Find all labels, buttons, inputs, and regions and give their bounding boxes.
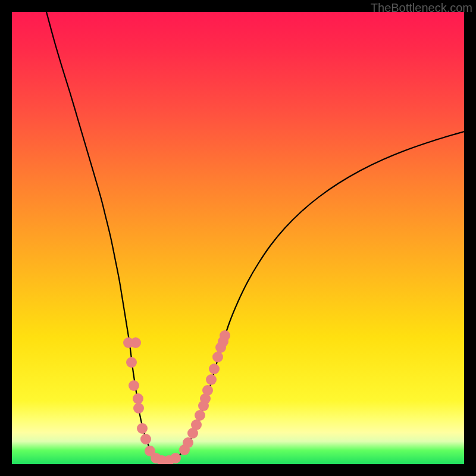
data-marker: [202, 385, 213, 396]
marker-cluster-right: [179, 330, 230, 455]
data-marker: [140, 434, 151, 444]
data-marker: [206, 374, 217, 385]
data-marker: [191, 419, 202, 430]
data-marker: [195, 410, 205, 421]
data-marker: [129, 380, 139, 391]
bottleneck-curve-svg: [12, 12, 464, 464]
data-marker: [126, 357, 137, 368]
data-marker: [130, 337, 141, 348]
data-marker: [220, 330, 230, 341]
data-marker: [133, 403, 144, 414]
bottleneck-curve: [46, 12, 464, 461]
data-marker: [133, 393, 143, 404]
data-marker: [137, 423, 148, 434]
data-marker: [212, 352, 223, 362]
data-marker: [170, 453, 181, 464]
data-marker: [209, 364, 220, 374]
data-marker: [183, 437, 193, 448]
